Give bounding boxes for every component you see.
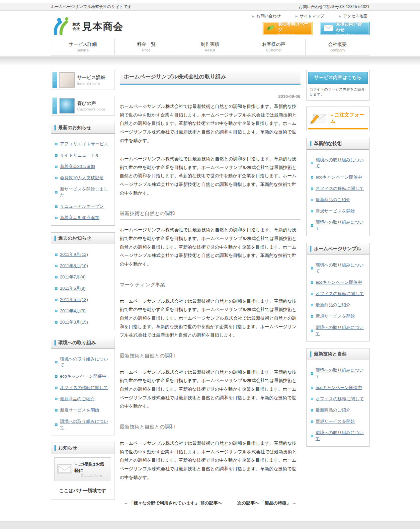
list-item: 環境への取り組みについて <box>311 325 365 337</box>
list-link[interactable]: 2011年3月(15) <box>60 319 88 325</box>
prev-article: ← 「様々な分野で利用されています」 前の記事へ <box>124 500 222 506</box>
list-link[interactable]: 最新商品のご紹介 <box>316 302 351 308</box>
article-paragraph: ホームページサンプル株式会社では最新技術と自然との調和を目指します。革新的な技術… <box>120 368 300 411</box>
accent-bar <box>54 445 56 451</box>
banner-service-detail[interactable]: » サービス詳細 Estimate form <box>51 70 115 90</box>
banner-sub: Estimate form <box>77 81 106 85</box>
chevron-icon: » <box>331 113 333 117</box>
logo-icon <box>52 17 69 37</box>
list-link[interactable]: 新規サービスを開始 <box>316 313 355 319</box>
banner-arrow-icon: » <box>52 72 57 88</box>
beginner-button[interactable]: 初心者向けページ For beginner <box>263 22 312 35</box>
list-link[interactable]: アフィリエイトサービス <box>60 141 109 147</box>
bullet-icon <box>311 162 313 164</box>
chevron-icon: » <box>75 462 77 467</box>
list-link[interactable]: オフィスの移転に関して <box>316 396 364 402</box>
list-link[interactable]: 会員数10万人突破記念 <box>60 175 104 181</box>
list-item: ecoキャンペーン開催中 <box>311 279 365 285</box>
section-title: 過去のお知らせ <box>58 235 91 241</box>
list-link[interactable]: 2011年8月(10) <box>60 263 88 269</box>
article-heading: 最新技術と自然との調和 <box>120 353 300 362</box>
list-link[interactable]: 2011年7月(4) <box>60 274 86 280</box>
list-link[interactable]: ecoキャンペーン開催中 <box>316 279 362 285</box>
list-item: 2011年4月(9) <box>55 308 111 314</box>
article-paragraph: ホームページサンプル株式会社では最新技術と自然との調和を目指します。革新的な技術… <box>120 297 300 340</box>
list-link[interactable]: 2011年4月(9) <box>60 308 86 314</box>
prev-article-link[interactable]: 様々な分野で利用されています <box>133 500 195 505</box>
nav-item-result[interactable]: 制作実績Result <box>178 39 242 55</box>
list-link[interactable]: ecoキャンペーン開催中 <box>316 174 362 180</box>
environment-list: 環境への取り組みについてecoキャンペーン開催中オフィスの移転に関して最新商品の… <box>51 349 115 435</box>
main-nav: サービス詳細Service 料金一覧Price 制作実績Result お客様の声… <box>51 39 370 55</box>
list-link[interactable]: 環境への取り組みについて <box>316 219 365 231</box>
article-paragraph: ホームページサンプル株式会社では最新技術と自然との調和を目指します。革新的な技術… <box>120 439 300 482</box>
triangle-icon: ▶ <box>295 15 298 18</box>
nav-item-price[interactable]: 料金一覧Price <box>114 39 178 55</box>
mail-icon <box>323 24 333 33</box>
tech-and-nature-list: 環境への取り組みについてecoキャンペーン開催中オフィスの移転に関して最新商品の… <box>307 360 369 446</box>
bullet-icon <box>55 143 57 145</box>
list-link[interactable]: 環境への取り組みについて <box>60 418 111 430</box>
logo-prefix: 株式 会社 <box>73 22 80 31</box>
header-link-access[interactable]: ▶アクセス地図 <box>339 13 367 19</box>
list-link[interactable]: 新規サービスを開始 <box>316 418 355 424</box>
list-link[interactable]: オフィスの移転に関して <box>316 186 364 191</box>
list-link[interactable]: ecoキャンペーン開催中 <box>316 385 362 391</box>
list-link[interactable]: 環境への取り組みについて <box>316 262 365 274</box>
next-article-link[interactable]: 製品の特徴 <box>265 500 286 505</box>
nav-shadow-strip <box>0 55 420 65</box>
list-link[interactable]: ecoキャンペーン開催中 <box>60 373 106 379</box>
list-link[interactable]: 2011年5月(13) <box>60 297 88 303</box>
list-link[interactable]: オフィスの移転に関して <box>316 291 364 297</box>
banner-title: サービス詳細 <box>77 75 106 81</box>
list-link[interactable]: 最新商品のご紹介 <box>316 407 351 413</box>
list-link[interactable]: 新規サービスを開始 <box>60 407 99 413</box>
list-item: 新規サービスを開始 <box>311 208 365 214</box>
list-link[interactable]: 最新商品のご紹介 <box>316 197 351 203</box>
bullet-icon <box>311 281 313 284</box>
banner-strip: Sample bannerFor beginner Sample bannerF… <box>0 521 420 529</box>
contact-banner[interactable]: » ご相談はお気軽に Contact form <box>54 457 111 481</box>
section-innovative-tech: 革新的な技術 環境への取り組みについてecoキャンペーン開催中オフィスの移転に関… <box>306 138 370 236</box>
bullet-icon <box>311 267 313 269</box>
nav-item-company[interactable]: 会社概要Company <box>305 39 370 55</box>
bullet-icon <box>311 420 313 423</box>
list-link[interactable]: 環境への取り組みについて <box>60 356 111 368</box>
right-sidebar: サービス内容はこちら 当サイトのサービス内容をご紹介します。 »ご注文フォーム … <box>306 70 370 506</box>
list-item: 最新商品のご紹介 <box>55 396 111 402</box>
service-info-button[interactable]: サービス内容はこちら <box>308 72 368 84</box>
list-link[interactable]: 2011年9月(12) <box>60 252 88 258</box>
list-item: 最新商品のご紹介 <box>311 197 365 203</box>
service-info-desc: 当サイトのサービス内容をご紹介します。 <box>308 84 368 99</box>
list-item: 2011年8月(10) <box>55 263 111 269</box>
list-link[interactable]: 環境への取り組みについて <box>316 367 365 379</box>
list-link[interactable]: 2011年6月(8) <box>60 285 86 291</box>
logo[interactable]: 株式 会社 見本商会 <box>52 17 124 37</box>
nav-item-customer[interactable]: お客様の声Customer <box>242 39 305 55</box>
list-link[interactable]: 新着商品を40点追加 <box>60 215 100 221</box>
section-title: 環境への取り組み <box>58 340 96 346</box>
nav-item-service[interactable]: サービス詳細Service <box>51 39 115 55</box>
list-link[interactable]: サイトリニューアル <box>60 152 100 158</box>
list-item: 2011年6月(8) <box>55 285 111 291</box>
order-form-label: ご注文フォーム <box>331 112 365 124</box>
list-item: 環境への取り組みについて <box>55 356 111 368</box>
bullet-icon <box>311 210 313 212</box>
banner-customers-voice[interactable]: » 喜びの声 Customer's voice <box>51 96 115 116</box>
list-link[interactable]: 新規サービスを開始 <box>316 208 355 214</box>
list-link[interactable]: 新着商品30点追加 <box>60 164 95 170</box>
header-link-contact[interactable]: ▶お問い合わせ <box>252 13 281 19</box>
estimate-contact-button[interactable]: 見積お問い合わせ Contact form <box>320 22 370 35</box>
list-item: 環境への取り組みについて <box>311 157 365 169</box>
list-link[interactable]: リニューアルオープン <box>60 203 104 209</box>
list-link[interactable]: オフィスの移転に関して <box>60 385 108 391</box>
list-item: 新規サービスを開始 <box>311 313 365 319</box>
bullet-icon <box>55 154 57 157</box>
list-link[interactable]: 最新商品のご紹介 <box>60 396 95 402</box>
list-link[interactable]: 新サービスを開始しました <box>60 186 111 198</box>
header-link-sitemap[interactable]: ▶サイトマップ <box>295 13 324 19</box>
list-link[interactable]: 環境への取り組みについて <box>316 157 365 169</box>
list-link[interactable]: 環境への取り組みについて <box>316 325 365 337</box>
order-form-button[interactable]: »ご注文フォーム <box>306 107 370 131</box>
list-link[interactable]: 環境への取り組みについて <box>316 430 365 442</box>
